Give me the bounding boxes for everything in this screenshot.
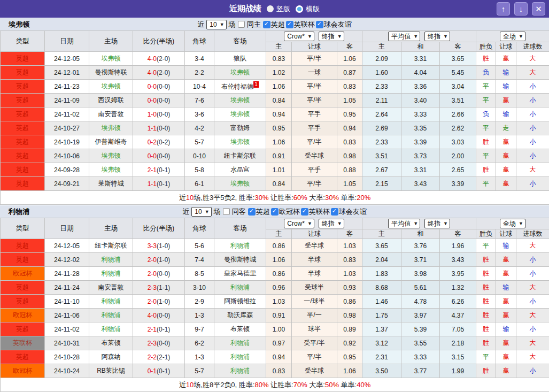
match-date: 24-11-23 — [54, 83, 79, 90]
handicap-away-odds: 0.89 — [343, 326, 355, 333]
result-goals: 小 — [530, 124, 536, 132]
match-date: 24-11-28 — [54, 270, 79, 278]
euro-source-select[interactable]: 平均值▼ — [388, 32, 420, 41]
euro-away-odds: 1.96 — [452, 242, 464, 250]
asian-index-time-select[interactable]: 终指▼ — [319, 219, 344, 228]
handicap-home-odds: 0.86 — [273, 270, 285, 278]
league-checkbox-checked[interactable] — [286, 21, 293, 28]
away-team: 利物浦 — [230, 242, 250, 249]
league-checkbox-checked[interactable] — [271, 208, 279, 216]
euro-draw-odds: 5.61 — [414, 284, 427, 291]
match-type-badge: 英超 — [16, 283, 29, 291]
handicap-home-odds: 0.84 — [273, 180, 285, 188]
league-filter-item[interactable]: 球会友谊 — [331, 207, 367, 217]
away-team: 狼队 — [234, 55, 246, 62]
score-fulltime: 2-1 — [148, 166, 157, 174]
league-checkbox-checked[interactable] — [301, 208, 308, 216]
home-team: 埃弗顿 — [102, 152, 121, 159]
result-goals: 小 — [530, 152, 536, 159]
result-goals: 大 — [530, 311, 536, 319]
radio-horizontal-icon[interactable] — [296, 5, 303, 13]
euro-away-odds: 3.39 — [452, 180, 464, 188]
table-row: 英超24-12-05纽卡斯尔联3-3(1-0)5-6利物浦0.86受半球1.03… — [1, 239, 549, 253]
chevron-down-icon: ▼ — [519, 221, 523, 226]
match-type-badge: 英超 — [16, 353, 29, 360]
corner-score: 2-9 — [195, 298, 204, 305]
euro-home-odds: 1.83 — [375, 270, 388, 278]
euro-away-odds: 2.62 — [452, 125, 464, 132]
league-filter-item[interactable]: 英超 — [248, 207, 270, 217]
score-cell: 2-3(0-0) — [133, 336, 185, 350]
league-filter-item[interactable]: 英联杯 — [301, 207, 330, 217]
table-row: 英超24-11-09西汉姆联0-0(0-0)7-6埃弗顿0.84平/半1.052… — [1, 94, 549, 107]
asian-index-time-select[interactable]: 终指▼ — [319, 32, 344, 41]
score-cell: 4-0(0-0) — [133, 309, 185, 322]
home-team: 埃弗顿 — [102, 166, 121, 173]
col-winloss: 胜负 — [476, 229, 496, 239]
euro-draw-odds: 3.33 — [414, 111, 427, 118]
score-cell: 2-0(1-0) — [133, 253, 185, 267]
euro-index-time-select[interactable]: 终指▼ — [424, 219, 450, 228]
handicap-away-odds: 0.92 — [343, 340, 355, 347]
score-halftime: (2-1) — [157, 353, 170, 361]
away-team: 埃弗顿 — [230, 110, 250, 118]
handicap-home-odds: 0.91 — [273, 312, 285, 319]
corner-score: 1-3 — [195, 312, 204, 319]
league-filter-item[interactable]: 英超 — [263, 20, 285, 29]
league-checkbox-checked[interactable] — [263, 21, 270, 28]
handicap-line: 一球 — [308, 68, 321, 76]
result-handicap: 赢 — [503, 311, 509, 319]
same-away-label: 同客 — [232, 207, 246, 217]
league-checkbox-checked[interactable] — [248, 208, 256, 216]
summary-label: 场,胜3平5负2, 胜率: — [194, 194, 254, 202]
period-select[interactable]: 全场▼ — [500, 32, 525, 41]
result-winloss: 胜 — [483, 55, 489, 62]
league-filter-item[interactable]: 英联杯 — [286, 20, 315, 29]
layout-radio-horizontal[interactable]: 横版 — [296, 4, 320, 14]
match-date: 24-11-06 — [54, 312, 79, 319]
handicap-line: 平手 — [308, 166, 321, 173]
handicap-line: 球半 — [308, 325, 321, 333]
match-date: 24-10-27 — [54, 125, 80, 132]
euro-home-odds: 8.68 — [375, 284, 388, 291]
match-count-select[interactable]: 10▼ — [191, 207, 211, 217]
result-handicap: 赢 — [503, 353, 509, 360]
move-down-button[interactable]: ↓ — [514, 2, 528, 16]
euro-draw-odds: 3.31 — [414, 55, 427, 63]
layout-radio-vertical[interactable]: 竖版 — [267, 4, 290, 14]
league-filter-item[interactable]: 欧冠杯 — [271, 207, 300, 217]
table-row: 英超24-12-02利物浦2-0(1-0)7-4曼彻斯特城1.06半球0.832… — [1, 253, 549, 267]
away-team: 埃弗顿 — [230, 68, 250, 76]
result-goals: 大 — [530, 353, 536, 360]
radio-vertical-icon[interactable] — [267, 5, 274, 12]
corner-score: 5-7 — [195, 367, 204, 375]
filter-near-label: 近 — [182, 207, 189, 217]
bookmaker-select[interactable]: Crow*▼ — [284, 219, 314, 228]
move-up-button[interactable]: ↑ — [497, 2, 510, 16]
euro-away-odds: 1.99 — [452, 367, 464, 375]
league-filter-item[interactable]: 球会友谊 — [316, 20, 352, 29]
summary-label: 场,胜8平2负0, 胜率: — [194, 381, 254, 389]
league-checkbox-checked[interactable] — [316, 21, 323, 28]
bookmaker-select[interactable]: Crow*▼ — [284, 32, 314, 41]
score-fulltime: 2-2 — [148, 353, 157, 361]
result-handicap: 赢 — [503, 339, 509, 347]
euro-draw-odds: 3.71 — [414, 256, 427, 264]
col-asian-home: 主 — [266, 229, 292, 239]
euro-index-time-select[interactable]: 终指▼ — [424, 32, 450, 41]
euro-home-odds: 3.12 — [375, 340, 388, 347]
match-type-badge: 英超 — [16, 138, 29, 145]
euro-away-odds: 3.65 — [452, 55, 464, 63]
result-goals: 小 — [530, 82, 536, 90]
league-checkbox-checked[interactable] — [331, 208, 338, 216]
match-count-select[interactable]: 10▼ — [206, 20, 226, 29]
period-select[interactable]: 全场▼ — [500, 219, 525, 228]
result-winloss: 平 — [483, 96, 489, 104]
euro-source-select[interactable]: 平均值▼ — [388, 219, 420, 228]
same-home-checkbox[interactable] — [238, 21, 245, 28]
same-away-checkbox[interactable] — [223, 208, 230, 215]
table-row: 英超24-10-19伊普斯维奇0-2(0-2)5-7埃弗顿1.06平/半0.83… — [1, 135, 549, 149]
close-button[interactable]: ✕ — [532, 2, 545, 16]
score-halftime: (0-0) — [157, 97, 170, 104]
result-handicap: 走 — [503, 124, 509, 132]
